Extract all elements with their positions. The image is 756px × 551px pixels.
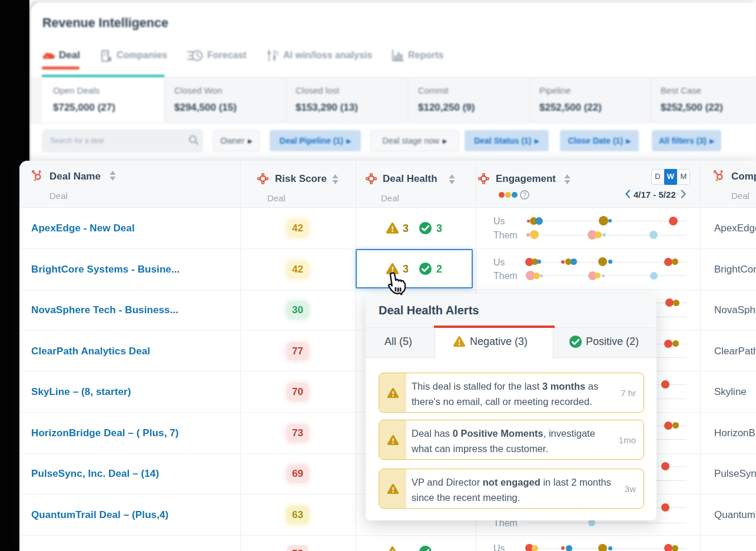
svg-text:?: ? [523,192,526,198]
